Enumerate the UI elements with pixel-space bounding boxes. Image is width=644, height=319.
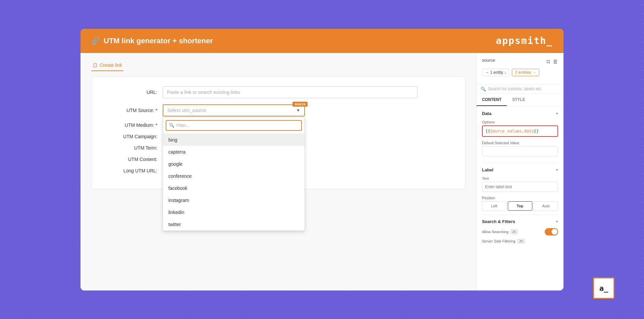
tab-icon: 📋 (93, 63, 98, 67)
divider-2 (482, 215, 558, 215)
search-bar-icon: 🔍 (481, 87, 486, 92)
options-label: Options (482, 120, 558, 124)
header-left: 🔗 UTM link generator + shortener (91, 37, 213, 45)
utm-source-dropdown: Select utm_source ▼ source 🔍 (163, 104, 305, 116)
entity1-label: → 1 entity ↓ (485, 70, 506, 75)
dropdown-trigger[interactable]: Select utm_source ▼ source (163, 104, 305, 116)
entity-nav: → 1 entity ↓ 2 entities → (482, 69, 558, 76)
label-section-title: Label (482, 167, 493, 172)
data-section-header[interactable]: Data ▾ (482, 111, 558, 116)
filter-input-wrapper: 🔍 (166, 120, 302, 131)
pos-top-btn[interactable]: Top (508, 201, 532, 211)
search-filters-section-header[interactable]: Search & Filters ▾ (482, 219, 558, 224)
label-section-header[interactable]: Label ▾ (482, 167, 558, 172)
tab-style[interactable]: STYLE (507, 94, 531, 106)
utm-campaign-label: UTM Campaign: (102, 134, 163, 139)
entity2-btn[interactable]: 2 entities → (512, 69, 539, 76)
entity2-label: 2 entities → (515, 70, 536, 75)
dropdown-item-bing[interactable]: bing (163, 134, 305, 146)
chevron-down-icon: ▼ (296, 108, 300, 113)
app-title: UTM link generator + shortener (104, 37, 213, 45)
content-area: 📋 Create link URL: UTM Source: * Select … (80, 53, 564, 290)
options-code-field[interactable]: {{Source_values.data}} (482, 125, 558, 137)
data-section-title: Data (482, 111, 491, 116)
entity1-btn[interactable]: → 1 entity ↓ (482, 69, 509, 76)
dropdown-item-capterra[interactable]: capterra (163, 146, 305, 158)
long-utm-url-label: Long UTM URL: (102, 168, 163, 173)
pos-auto-btn[interactable]: Auto (534, 201, 558, 211)
dropdown-item-google[interactable]: google (163, 158, 305, 170)
filter-input[interactable] (176, 123, 299, 128)
panel-search-bar: 🔍 (477, 85, 564, 94)
app-header: 🔗 UTM link generator + shortener appsmit… (80, 29, 564, 53)
default-value-label: Default Selected Value (482, 141, 558, 145)
server-side-filtering-label: Server Side Filtering JS (482, 239, 525, 244)
data-section-chevron: ▾ (556, 111, 558, 116)
divider-1 (482, 163, 558, 163)
brand-logo: appsmith_ (496, 35, 553, 46)
search-filters-title: Search & Filters (482, 219, 515, 224)
dropdown-item-instagram[interactable]: instagram (163, 194, 305, 206)
utm-term-label: UTM Term: (102, 145, 163, 151)
source-badge: source (292, 102, 308, 107)
url-row: URL: (102, 86, 454, 98)
dropdown-filter-area: 🔍 (163, 117, 305, 134)
delete-icon[interactable]: 🗑 (553, 59, 558, 65)
utm-medium-label: UTM Medium: * (102, 122, 163, 128)
appsmith-logo-badge: a_ (593, 277, 614, 299)
dropdown-item-conference[interactable]: conference (163, 170, 305, 182)
dropdown-item-twitter[interactable]: twitter (163, 218, 305, 230)
allow-searching-row: Allow Searching JS (482, 228, 558, 235)
utm-source-label: UTM Source: * (102, 108, 163, 113)
js-badge-server: JS (518, 239, 525, 244)
url-input[interactable] (163, 86, 418, 98)
right-panel: source ⧉ 🗑 → 1 entity ↓ 2 entities → (476, 53, 564, 290)
label-text-input[interactable] (482, 182, 558, 192)
js-badge-allow: JS (511, 229, 518, 234)
panel-tabs: CONTENT STYLE (477, 94, 564, 106)
tab-content[interactable]: CONTENT (477, 94, 507, 106)
url-label: URL: (102, 90, 163, 95)
dropdown-item-facebook[interactable]: facebook (163, 182, 305, 194)
pos-left-btn[interactable]: Left (482, 201, 506, 211)
search-filters-chevron: ▾ (556, 219, 558, 224)
link-icon: 🔗 (91, 37, 100, 45)
panel-search-input[interactable] (488, 87, 559, 91)
text-field-label: Text (482, 176, 558, 180)
position-group: Left Top Auto (482, 201, 558, 211)
dropdown-menu: 🔍 bing capterra google conference facebo… (163, 117, 305, 231)
position-label: Position (482, 196, 558, 200)
server-side-filtering-row: Server Side Filtering JS (482, 239, 558, 244)
panel-title: source (482, 58, 495, 63)
allow-searching-toggle[interactable] (545, 228, 558, 235)
dropdown-placeholder: Select utm_source (167, 108, 206, 113)
main-panel: 📋 Create link URL: UTM Source: * Select … (80, 53, 476, 290)
toggle-knob (551, 229, 557, 235)
tab-label: Create link (100, 62, 122, 68)
search-icon: 🔍 (169, 123, 174, 128)
dropdown-item-linkedin[interactable]: linkedin (163, 206, 305, 218)
utm-content-label: UTM Content: (102, 157, 163, 162)
create-link-tab[interactable]: 📋 Create link (91, 60, 123, 71)
default-value-input[interactable] (482, 146, 558, 156)
main-container: 🔗 UTM link generator + shortener appsmit… (80, 29, 564, 290)
label-section-chevron: ▾ (556, 168, 558, 172)
allow-searching-label: Allow Searching JS (482, 229, 518, 234)
right-panel-header: source ⧉ 🗑 → 1 entity ↓ 2 entities → (477, 53, 564, 85)
copy-icon[interactable]: ⧉ (546, 59, 550, 65)
panel-body: Data ▾ Options {{Source_values.data}} De… (477, 106, 564, 290)
tab-bar: 📋 Create link (91, 60, 466, 71)
form-container: URL: UTM Source: * Select utm_source ▼ s… (91, 76, 466, 189)
utm-source-row: UTM Source: * Select utm_source ▼ source… (102, 104, 454, 116)
